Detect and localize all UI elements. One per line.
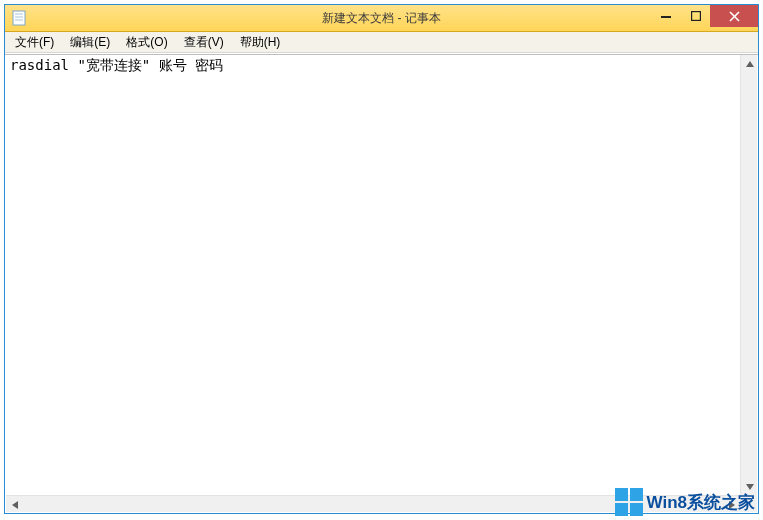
svg-rect-4 — [661, 16, 671, 18]
notepad-icon — [11, 10, 27, 26]
menu-format[interactable]: 格式(O) — [118, 32, 175, 53]
menu-file[interactable]: 文件(F) — [7, 32, 62, 53]
menu-help[interactable]: 帮助(H) — [232, 32, 289, 53]
close-icon — [729, 11, 740, 22]
scroll-up-icon[interactable] — [741, 55, 758, 72]
maximize-icon — [691, 11, 701, 21]
scroll-left-icon[interactable] — [6, 496, 23, 513]
window-controls — [650, 5, 758, 27]
editor-area: rasdial "宽带连接" 账号 密码 — [5, 54, 758, 513]
vertical-scrollbar[interactable] — [740, 55, 757, 495]
notepad-window: 新建文本文档 - 记事本 文件(F) 编辑(E) 格式(O) 查看(V) 帮助(… — [4, 4, 759, 514]
titlebar[interactable]: 新建文本文档 - 记事本 — [5, 5, 758, 32]
window-title: 新建文本文档 - 记事本 — [5, 10, 758, 27]
svg-rect-0 — [13, 11, 25, 25]
watermark: Win8系统之家 — [615, 488, 755, 516]
minimize-button[interactable] — [650, 5, 682, 27]
close-button[interactable] — [710, 5, 758, 27]
svg-rect-5 — [692, 12, 701, 21]
svg-marker-8 — [746, 61, 754, 67]
menu-view[interactable]: 查看(V) — [176, 32, 232, 53]
minimize-icon — [661, 11, 671, 21]
watermark-text: Win8系统之家 — [647, 491, 755, 514]
svg-marker-10 — [12, 501, 18, 509]
menubar: 文件(F) 编辑(E) 格式(O) 查看(V) 帮助(H) — [5, 32, 758, 53]
windows-logo-icon — [615, 488, 643, 516]
text-editor[interactable]: rasdial "宽带连接" 账号 密码 — [6, 55, 740, 495]
maximize-button[interactable] — [682, 5, 710, 27]
menu-edit[interactable]: 编辑(E) — [62, 32, 118, 53]
